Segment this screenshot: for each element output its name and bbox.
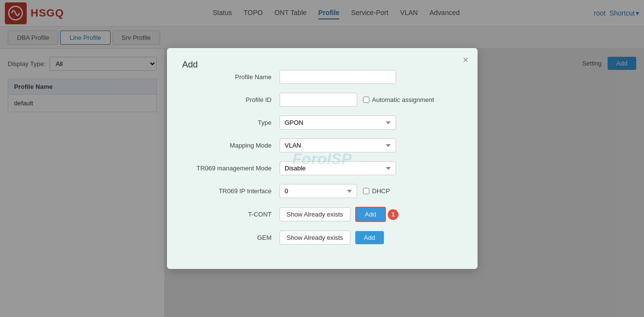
profile-id-input[interactable] [280,93,357,107]
tr069-mode-label: TR069 management Mode [182,165,280,172]
mapping-mode-row: Mapping Mode VLAN [182,138,462,152]
dhcp-label: DHCP [372,187,390,195]
gem-label: GEM [182,234,280,241]
profile-id-row: Profile ID Automatic assignment [182,93,462,107]
automatic-assignment-group: Automatic assignment [363,96,434,103]
tr069-mode-row: TR069 management Mode Disable [182,161,462,175]
dhcp-checkbox[interactable] [363,188,369,194]
tcont-add-button[interactable]: Add [355,207,386,222]
profile-name-row: Profile Name [182,70,462,84]
gem-row: GEM Show Already exists Add [182,231,462,245]
mapping-mode-label: Mapping Mode [182,142,280,149]
modal-title: Add [182,60,198,69]
mapping-mode-select[interactable]: VLAN [280,138,396,152]
type-label: Type [182,119,280,126]
tcont-show-exists-button[interactable]: Show Already exists [280,207,350,221]
type-select[interactable]: GPON [280,116,396,130]
modal-overlay: Add × ForoISP Profile Name Profile ID Au… [0,0,644,317]
tcont-label: T-CONT [182,211,280,218]
dhcp-group: DHCP [363,187,390,195]
tr069-ip-label: TR069 IP Interface [182,187,280,195]
tr069-ip-select[interactable]: 0 [280,184,357,198]
profile-name-input[interactable] [280,70,396,84]
gem-add-button[interactable]: Add [355,231,384,244]
modal: Add × ForoISP Profile Name Profile ID Au… [167,48,478,269]
tr069-ip-row: TR069 IP Interface 0 DHCP [182,184,462,198]
tr069-mode-select[interactable]: Disable [280,161,396,175]
type-row: Type GPON [182,116,462,130]
automatic-assignment-label: Automatic assignment [372,96,434,103]
tcont-badge: 1 [388,209,398,220]
profile-name-label: Profile Name [182,73,280,81]
profile-id-label: Profile ID [182,96,280,103]
automatic-assignment-checkbox[interactable] [363,97,369,103]
modal-close-button[interactable]: × [463,55,469,65]
gem-show-exists-button[interactable]: Show Already exists [280,231,350,245]
tcont-row: T-CONT Show Already exists Add 1 [182,207,462,222]
